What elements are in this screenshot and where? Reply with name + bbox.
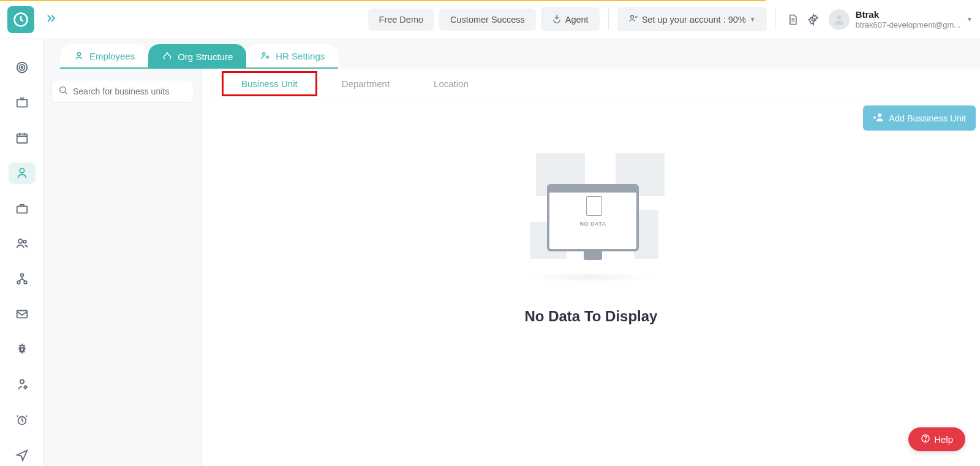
subtab-location-label: Location [434, 78, 469, 89]
left-nav [0, 39, 44, 466]
user-email: btrak607-development@gm... [856, 20, 960, 30]
divider [775, 9, 776, 30]
svg-point-14 [17, 281, 20, 284]
person-plus-icon [873, 112, 884, 124]
nav-target-icon[interactable] [9, 56, 36, 78]
svg-point-19 [24, 386, 26, 389]
search-icon [58, 85, 68, 97]
free-demo-label: Free Demo [379, 15, 424, 25]
tab-hr-settings-label: HR Settings [276, 51, 325, 61]
subtab-department[interactable]: Department [320, 69, 412, 99]
svg-point-4 [17, 63, 27, 73]
expand-sidebar-icon[interactable] [42, 12, 62, 28]
svg-rect-10 [17, 206, 27, 213]
nav-alarm-icon[interactable] [9, 409, 36, 431]
avatar [829, 9, 850, 30]
empty-illustration: NO DATA [511, 148, 671, 271]
user-name: Btrak [856, 9, 960, 20]
nav-people-icon[interactable] [9, 162, 36, 185]
add-business-unit-label: Add Bussiness Unit [889, 113, 966, 123]
nav-mail-icon[interactable] [9, 304, 36, 326]
nav-org-icon[interactable] [9, 268, 36, 290]
svg-point-22 [263, 53, 266, 56]
nav-calendar-icon[interactable] [9, 127, 36, 149]
svg-rect-16 [17, 311, 27, 318]
svg-point-27 [925, 440, 926, 441]
primary-tabs: Employees Org Structure HR Settings [44, 39, 980, 69]
svg-rect-7 [17, 100, 27, 107]
search-input-wrap[interactable] [51, 80, 194, 103]
subtab-department-label: Department [342, 78, 390, 89]
loading-bar [0, 0, 766, 1]
left-panel [44, 69, 202, 466]
subtab-business-unit[interactable]: Business Unit [219, 69, 320, 99]
empty-state: NO DATA No Data To Display [202, 99, 980, 466]
app-logo[interactable] [7, 6, 34, 33]
svg-point-12 [23, 240, 26, 243]
tab-hr-settings[interactable]: HR Settings [246, 44, 338, 69]
tab-org-structure[interactable]: Org Structure [148, 44, 246, 69]
svg-point-11 [18, 239, 22, 243]
document-icon[interactable] [782, 9, 803, 30]
free-demo-button[interactable]: Free Demo [368, 9, 435, 31]
sub-tabs: Business Unit Department Location [202, 69, 980, 99]
setup-account-label: Set up your account : 90% [642, 15, 746, 25]
subtab-business-unit-label: Business Unit [241, 78, 298, 89]
svg-point-25 [878, 113, 882, 117]
nav-tv-icon[interactable] [9, 92, 36, 114]
svg-point-9 [20, 169, 24, 173]
question-icon [921, 434, 930, 445]
nav-users-pair-icon[interactable] [9, 233, 36, 255]
svg-point-17 [20, 348, 24, 351]
customer-success-label: Customer Success [450, 15, 525, 25]
svg-point-5 [19, 64, 24, 70]
svg-point-15 [24, 281, 27, 284]
tab-employees[interactable]: Employees [60, 44, 148, 69]
settings-icon[interactable] [803, 9, 824, 30]
help-label: Help [934, 434, 953, 445]
nav-send-icon[interactable] [9, 445, 36, 467]
setup-account-button[interactable]: Set up your account : 90% ▼ [617, 7, 767, 31]
agent-label: Agent [565, 15, 589, 25]
user-menu[interactable]: Btrak btrak607-development@gm... [829, 9, 960, 30]
agent-button[interactable]: Agent [541, 7, 600, 31]
chevron-down-icon[interactable]: ▼ [967, 16, 973, 23]
nav-briefcase-icon[interactable] [9, 197, 36, 220]
svg-point-21 [77, 52, 80, 55]
svg-point-1 [630, 15, 633, 18]
customer-success-button[interactable]: Customer Success [439, 9, 536, 31]
subtab-location[interactable]: Location [412, 69, 491, 99]
tab-employees-label: Employees [89, 51, 135, 61]
svg-point-24 [60, 87, 66, 93]
illust-no-data-text: NO DATA [549, 221, 636, 227]
svg-rect-8 [17, 134, 27, 143]
right-panel: Business Unit Department Location Add Bu… [202, 69, 980, 466]
top-header: Free Demo Customer Success Agent Set up … [0, 0, 980, 39]
nav-person-manage-icon[interactable] [9, 374, 36, 396]
chevron-down-icon: ▼ [750, 16, 756, 23]
svg-point-18 [20, 380, 23, 383]
user-text: Btrak btrak607-development@gm... [856, 9, 960, 30]
nav-gear-icon[interactable] [9, 338, 36, 361]
empty-title: No Data To Display [525, 308, 658, 325]
svg-point-13 [20, 273, 23, 277]
search-input[interactable] [73, 86, 187, 96]
svg-point-6 [21, 66, 23, 68]
divider [608, 9, 609, 30]
svg-point-3 [837, 15, 841, 19]
person-check-icon [628, 13, 638, 25]
tab-org-structure-label: Org Structure [178, 52, 233, 62]
svg-point-23 [266, 56, 268, 58]
download-icon [552, 13, 562, 25]
help-button[interactable]: Help [908, 427, 965, 451]
add-business-unit-button[interactable]: Add Bussiness Unit [863, 105, 976, 131]
